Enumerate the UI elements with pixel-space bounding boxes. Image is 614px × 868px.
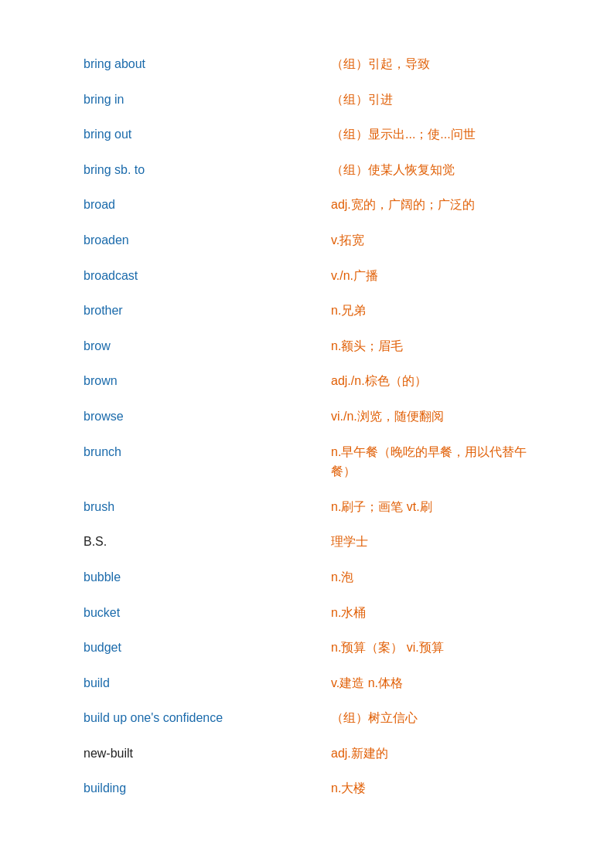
vocab-row: browsevi./n.浏览，随便翻阅 [77, 399, 537, 434]
vocab-definition: n.早午餐（晚吃的早餐，用以代替午餐） [325, 434, 537, 489]
vocab-definition: （组）引起，导致 [325, 46, 537, 82]
vocab-term: broadcast [77, 258, 325, 294]
vocab-row: bring about（组）引起，导致 [77, 46, 537, 82]
vocab-row: B.S.理学士 [77, 524, 537, 560]
vocab-row: bring out（组）显示出...；使...问世 [77, 117, 537, 152]
vocab-term: B.S. [77, 524, 325, 560]
vocab-term: brow [77, 328, 325, 364]
vocab-row: bucketn.水桶 [77, 595, 537, 631]
vocab-row: brushn.刷子；画笔 vt.刷 [77, 489, 537, 525]
vocab-term: broad [77, 187, 325, 223]
vocab-definition: （组）使某人恢复知觉 [325, 152, 537, 188]
vocab-term: budget [77, 630, 325, 665]
vocab-definition: adj.新建的 [325, 736, 537, 771]
vocab-definition: 理学士 [325, 524, 537, 560]
vocab-definition: n.预算（案） vi.预算 [325, 630, 537, 665]
vocab-definition: adj./n.棕色（的） [325, 363, 537, 399]
vocab-row: broadcastv./n.广播 [77, 258, 537, 294]
vocab-definition: （组）树立信心 [325, 700, 537, 736]
vocab-term: brush [77, 489, 325, 525]
vocab-row: budgetn.预算（案） vi.预算 [77, 630, 537, 665]
vocab-definition: v./n.广播 [325, 258, 537, 294]
vocab-definition: n.水桶 [325, 595, 537, 631]
vocab-term: brown [77, 363, 325, 399]
vocab-definition: n.泡 [325, 560, 537, 595]
vocab-term: build [77, 665, 325, 701]
vocab-row: bring in（组）引进 [77, 82, 537, 117]
vocab-row: bubblen.泡 [77, 560, 537, 595]
vocab-row: broadadj.宽的，广阔的；广泛的 [77, 187, 537, 223]
vocab-definition: vi./n.浏览，随便翻阅 [325, 399, 537, 434]
vocab-term: new-built [77, 736, 325, 771]
vocab-term: bring in [77, 82, 325, 117]
vocab-row: brown.额头；眉毛 [77, 328, 537, 364]
vocab-term: build up one's confidence [77, 700, 325, 736]
vocab-row: brunchn.早午餐（晚吃的早餐，用以代替午餐） [77, 434, 537, 489]
vocab-term: broaden [77, 223, 325, 258]
vocab-definition: n.刷子；画笔 vt.刷 [325, 489, 537, 525]
vocabulary-table: bring about（组）引起，导致bring in（组）引进bring ou… [77, 46, 537, 806]
vocab-definition: n.大楼 [325, 771, 537, 806]
vocab-term: bucket [77, 595, 325, 631]
vocab-term: building [77, 771, 325, 806]
vocab-term: brunch [77, 434, 325, 489]
vocab-definition: adj.宽的，广阔的；广泛的 [325, 187, 537, 223]
vocab-term: bring about [77, 46, 325, 82]
vocab-definition: v.建造 n.体格 [325, 665, 537, 701]
vocab-row: brothern.兄弟 [77, 293, 537, 328]
vocab-row: new-builtadj.新建的 [77, 736, 537, 771]
vocab-row: bring sb. to（组）使某人恢复知觉 [77, 152, 537, 188]
vocab-definition: n.额头；眉毛 [325, 328, 537, 364]
vocab-term: browse [77, 399, 325, 434]
vocab-row: buildv.建造 n.体格 [77, 665, 537, 701]
vocab-row: build up one's confidence（组）树立信心 [77, 700, 537, 736]
vocab-term: bring out [77, 117, 325, 152]
vocab-row: brownadj./n.棕色（的） [77, 363, 537, 399]
vocab-definition: n.兄弟 [325, 293, 537, 328]
vocab-definition: v.拓宽 [325, 223, 537, 258]
vocab-row: buildingn.大楼 [77, 771, 537, 806]
vocab-term: bring sb. to [77, 152, 325, 188]
vocab-term: bubble [77, 560, 325, 595]
vocab-definition: （组）显示出...；使...问世 [325, 117, 537, 152]
vocab-definition: （组）引进 [325, 82, 537, 117]
vocab-row: broadenv.拓宽 [77, 223, 537, 258]
vocab-term: brother [77, 293, 325, 328]
